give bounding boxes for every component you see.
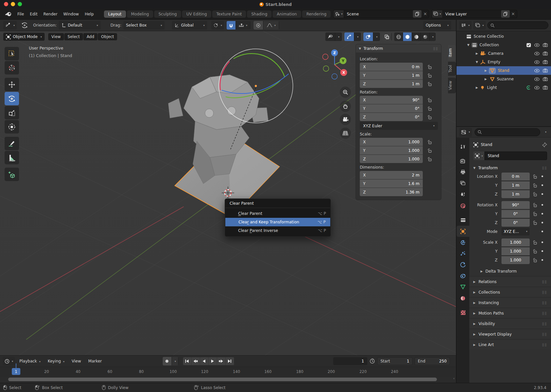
lock-open-icon[interactable] xyxy=(533,203,538,207)
location-y-field[interactable]: Y1 m xyxy=(360,71,423,79)
value-field[interactable]: 1.000 xyxy=(501,256,530,264)
disable-render-camera-icon[interactable] xyxy=(543,77,548,81)
toggle-ortho-button[interactable] xyxy=(340,128,351,139)
value-field[interactable]: 90° xyxy=(501,201,530,209)
hide-eye-icon[interactable] xyxy=(534,60,540,64)
tab-world[interactable] xyxy=(457,200,469,211)
axis-nav-gizmo[interactable]: Z Y X xyxy=(323,50,347,79)
chevron-down-icon[interactable]: ▾ xyxy=(545,131,546,134)
jump-to-end-button[interactable] xyxy=(226,357,234,365)
menu-item-clear-parent[interactable]: Clear Parent ⌥ P xyxy=(225,209,331,218)
disclosure-triangle-icon[interactable]: ▼ xyxy=(475,60,479,64)
gizmos-dropdown[interactable]: ▾ xyxy=(344,32,361,41)
panel-relations[interactable]: ▶Relations⣿⣿ xyxy=(469,276,551,287)
tab-constraints[interactable] xyxy=(457,270,469,281)
panel-grip-icon[interactable]: ⣿⣿ xyxy=(542,343,547,346)
disclosure-triangle-icon[interactable]: ▶ xyxy=(484,77,488,81)
tab-object-data[interactable] xyxy=(457,281,469,293)
mode-dropdown[interactable]: Object Mode ▾ xyxy=(3,33,45,41)
animate-dot[interactable] xyxy=(541,259,543,261)
snap-target-button[interactable]: ▾ xyxy=(211,21,224,30)
tab-collection-props[interactable] xyxy=(457,215,469,226)
scene-new-button[interactable] xyxy=(413,10,421,18)
panel-grip-icon[interactable]: ⣿⣿ xyxy=(542,322,547,325)
lock-open-icon[interactable] xyxy=(427,65,432,69)
shading-material-button[interactable] xyxy=(412,32,421,41)
options-dropdown[interactable]: Options▾ xyxy=(423,21,451,30)
next-keyframe-button[interactable] xyxy=(217,357,226,365)
shading-solid-button[interactable] xyxy=(403,32,412,41)
panel-grip-icon[interactable]: ⣿⣿ xyxy=(542,333,547,336)
outliner-search-field[interactable] xyxy=(487,21,548,29)
end-frame-field[interactable]: End250 xyxy=(415,357,450,365)
zoom-view-button[interactable] xyxy=(340,87,351,98)
rotation-x-field[interactable]: X90° xyxy=(360,96,423,104)
lock-open-icon[interactable] xyxy=(533,249,538,254)
panel-grip-icon[interactable]: ⣿⣿ xyxy=(542,291,547,294)
tab-object[interactable] xyxy=(457,226,469,237)
location-z-field[interactable]: Z1 m xyxy=(360,80,423,88)
tab-modifiers[interactable] xyxy=(457,237,469,248)
properties-search-field[interactable] xyxy=(475,128,540,136)
menu-item-clear-and-keep-transformation[interactable]: Clear and Keep Transformation ⌥ P xyxy=(225,218,330,226)
workspace-tab-uv-editing[interactable]: UV Editing xyxy=(182,10,211,18)
disclosure-triangle-icon[interactable]: ▶ xyxy=(484,69,488,72)
rotation-mode-dropdown[interactable]: XYZ E...▾ xyxy=(501,228,530,236)
dimensions-y-field[interactable]: Y1.6 m xyxy=(360,179,423,188)
viewport-3d[interactable]: Z Y X Object Mode ▾ View Select Add Obje… xyxy=(0,31,456,355)
lock-open-icon[interactable] xyxy=(533,220,538,225)
lock-open-icon[interactable] xyxy=(533,174,538,179)
panel-grip-icon[interactable]: ⣿⣿ xyxy=(542,301,547,304)
timeline-menu-playback[interactable]: Playback ▾ xyxy=(16,358,43,364)
axis-ball-negx[interactable] xyxy=(323,54,328,60)
value-field[interactable]: 1.000 xyxy=(501,238,530,246)
panel-grip-icon[interactable]: ⣿⣿ xyxy=(433,47,438,50)
tab-material[interactable] xyxy=(457,293,469,304)
play-button[interactable] xyxy=(209,357,217,365)
pin-icon[interactable] xyxy=(542,142,547,147)
drag-dropdown[interactable]: Select Box▾ xyxy=(123,21,165,30)
scrollbar-collapse-icon[interactable]: ‹ xyxy=(453,377,455,380)
lock-open-icon[interactable] xyxy=(427,98,432,102)
sidebar-tab-tool[interactable]: Tool xyxy=(448,62,456,76)
object-visibility-dropdown[interactable]: ▾ xyxy=(325,32,342,41)
prev-keyframe-button[interactable] xyxy=(192,357,200,365)
lock-open-icon[interactable] xyxy=(427,148,432,153)
disable-render-camera-icon[interactable] xyxy=(543,60,548,64)
tab-scene[interactable] xyxy=(457,189,469,200)
lock-open-icon[interactable] xyxy=(533,240,538,245)
start-frame-field[interactable]: Start1 xyxy=(377,357,413,365)
animate-dot[interactable] xyxy=(541,250,543,252)
viewport-menu-add[interactable]: Add xyxy=(83,33,97,40)
viewport-menu-object[interactable]: Object xyxy=(98,33,117,40)
object-name-browse-button[interactable]: ▾ xyxy=(473,152,484,160)
sidebar-tab-view[interactable]: View xyxy=(448,77,456,93)
hide-eye-icon[interactable] xyxy=(534,52,540,55)
workspace-tab-shading[interactable]: Shading xyxy=(247,10,272,18)
value-field[interactable]: 0 m xyxy=(501,173,530,180)
cursor-tool[interactable] xyxy=(5,61,19,74)
disable-render-camera-icon[interactable] xyxy=(543,86,548,90)
lock-open-icon[interactable] xyxy=(427,140,432,144)
animate-dot[interactable] xyxy=(541,222,543,223)
disclosure-triangle-icon[interactable]: ▶ xyxy=(475,86,479,89)
value-field[interactable]: 1.000 xyxy=(501,247,530,255)
workspace-tab-layout[interactable]: Layout xyxy=(104,10,126,18)
disclosure-triangle-icon[interactable]: ▶ xyxy=(475,52,479,55)
checkbox-checked-icon[interactable] xyxy=(526,43,531,47)
panel-viewport-display[interactable]: ▶Viewport Display⣿⣿ xyxy=(469,329,551,339)
disable-render-camera-icon[interactable] xyxy=(543,69,548,72)
animate-dot[interactable] xyxy=(541,193,543,195)
timeline-ruler[interactable]: 1 20 40 60 80 100 120 140 160 180 200 22… xyxy=(0,367,456,377)
scene-name-field[interactable]: Scene ✕ xyxy=(344,10,429,18)
object-name-field[interactable]: Stand xyxy=(484,152,547,160)
location-x-field[interactable]: X0 m xyxy=(360,63,423,71)
xray-toggle[interactable] xyxy=(382,32,392,41)
outliner-row-suzanne[interactable]: ▶ Suzanne xyxy=(457,75,551,83)
animate-dot[interactable] xyxy=(541,175,543,177)
lock-open-icon[interactable] xyxy=(427,73,432,78)
select-box-tool[interactable] xyxy=(5,47,19,60)
lock-open-icon[interactable] xyxy=(427,157,432,161)
tab-physics[interactable] xyxy=(457,259,469,270)
snap-toggle-button[interactable] xyxy=(227,21,236,30)
